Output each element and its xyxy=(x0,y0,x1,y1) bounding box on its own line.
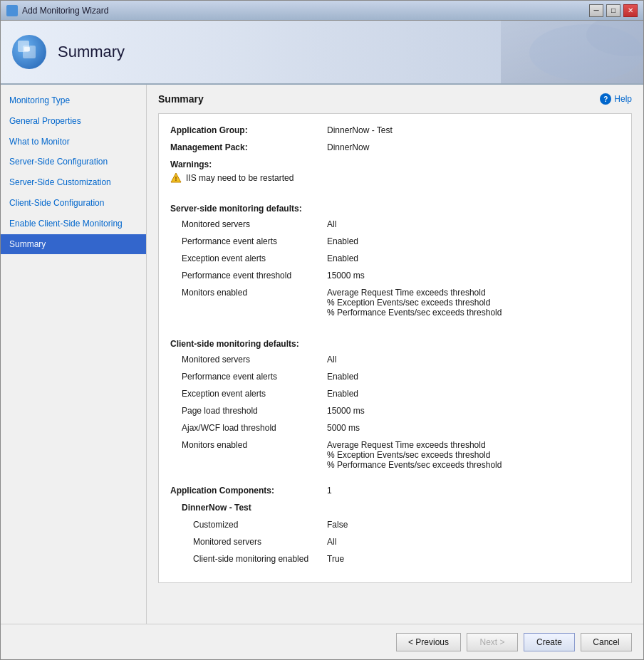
client-side-enabled-row: Client-side monitoring enabled True xyxy=(170,554,620,564)
client-ajax-row: Ajax/WCF load threshold 5000 ms xyxy=(170,423,620,433)
server-monitors-enabled-values: Average Request Time exceeds threshold %… xyxy=(327,288,502,318)
separator-1 xyxy=(170,189,620,198)
svg-text:!: ! xyxy=(175,175,177,182)
client-side-enabled-value: True xyxy=(327,554,344,564)
client-monitors-enabled-values: Average Request Time exceeds threshold %… xyxy=(327,440,502,470)
summary-box: Application Group: DinnerNow - Test Mana… xyxy=(158,113,632,583)
sidebar-item-what-to-monitor[interactable]: What to Monitor xyxy=(1,132,146,152)
server-perf-alerts-row: Performance event alerts Enabled xyxy=(170,236,620,246)
server-monitored-servers-row: Monitored servers All xyxy=(170,219,620,229)
main-area: Monitoring Type General Properties What … xyxy=(1,85,643,624)
footer: < Previous Next > Create Cancel xyxy=(1,624,643,659)
help-icon: ? xyxy=(600,93,611,105)
server-monitors-enabled-label: Monitors enabled xyxy=(170,288,327,298)
wizard-icon xyxy=(21,44,37,60)
client-exc-alerts-value: Enabled xyxy=(327,389,358,399)
server-section-header: Server-side monitoring defaults: xyxy=(170,204,620,214)
minimize-button[interactable]: ─ xyxy=(589,4,603,17)
client-ajax-label: Ajax/WCF load threshold xyxy=(170,423,327,433)
mgmt-pack-label: Management Pack: xyxy=(170,142,327,152)
server-exc-alerts-row: Exception event alerts Enabled xyxy=(170,253,620,263)
title-bar: Add Monitoring Wizard ─ □ ✕ xyxy=(1,1,643,21)
client-perf-alerts-label: Performance event alerts xyxy=(170,372,327,382)
previous-button[interactable]: < Previous xyxy=(396,633,461,651)
maximize-button[interactable]: □ xyxy=(606,4,620,17)
mgmt-pack-value: DinnerNow xyxy=(327,142,369,152)
server-exc-alerts-label: Exception event alerts xyxy=(170,253,327,263)
sidebar-item-summary[interactable]: Summary xyxy=(1,234,146,255)
sidebar-item-server-side-config[interactable]: Server-Side Configuration xyxy=(1,152,146,172)
comp-monitored-servers-value: All xyxy=(327,537,336,547)
app-components-value: 1 xyxy=(327,486,332,496)
warning-text: IIS may need to be restarted xyxy=(186,173,294,183)
separator-2 xyxy=(170,325,620,333)
customized-row: Customized False xyxy=(170,520,620,530)
client-ajax-value: 5000 ms xyxy=(327,423,360,433)
customized-label: Customized xyxy=(170,520,327,530)
cancel-button[interactable]: Cancel xyxy=(581,633,632,651)
comp-monitored-servers-row: Monitored servers All xyxy=(170,537,620,547)
client-exc-alerts-row: Exception event alerts Enabled xyxy=(170,389,620,399)
warning-content: ! IIS may need to be restarted xyxy=(170,172,620,184)
app-group-row: Application Group: DinnerNow - Test xyxy=(170,125,620,135)
sidebar-item-client-side-config[interactable]: Client-Side Configuration xyxy=(1,193,146,214)
content-area: ? Help Summary Application Group: Dinner… xyxy=(147,85,643,624)
client-monitored-servers-value: All xyxy=(327,355,336,365)
client-monitored-servers-label: Monitored servers xyxy=(170,355,327,365)
warning-icon: ! xyxy=(170,172,182,184)
svg-rect-1 xyxy=(24,47,30,51)
server-exc-alerts-value: Enabled xyxy=(327,253,358,263)
client-perf-alerts-row: Performance event alerts Enabled xyxy=(170,372,620,382)
comp-monitored-servers-label: Monitored servers xyxy=(170,537,327,547)
customized-value: False xyxy=(327,520,348,530)
sidebar-item-general-properties[interactable]: General Properties xyxy=(1,111,146,132)
client-perf-alerts-value: Enabled xyxy=(327,372,358,382)
sidebar-item-enable-client-side[interactable]: Enable Client-Side Monitoring xyxy=(1,214,146,234)
server-perf-threshold-label: Performance event threshold xyxy=(170,271,327,281)
client-section-label: Client-side monitoring defaults: xyxy=(170,339,299,349)
create-button[interactable]: Create xyxy=(524,633,575,651)
client-monitors-enabled-label: Monitors enabled xyxy=(170,440,327,450)
client-monitors-enabled-row: Monitors enabled Average Request Time ex… xyxy=(170,440,620,470)
wizard-header-icon xyxy=(12,35,46,69)
sidebar: Monitoring Type General Properties What … xyxy=(1,85,147,624)
warnings-label: Warnings: xyxy=(170,159,620,169)
app-group-value: DinnerNow - Test xyxy=(327,125,393,135)
client-page-load-value: 15000 ms xyxy=(327,406,365,416)
app-components-label: Application Components: xyxy=(170,486,327,496)
header-pattern xyxy=(430,21,643,85)
separator-3 xyxy=(170,477,620,486)
server-perf-threshold-row: Performance event threshold 15000 ms xyxy=(170,271,620,281)
app-components-row: Application Components: 1 xyxy=(170,486,620,496)
header-title: Summary xyxy=(58,43,125,61)
server-perf-alerts-label: Performance event alerts xyxy=(170,236,327,246)
warnings-section: Warnings: ! IIS may need to be restarted xyxy=(170,159,620,184)
next-button[interactable]: Next > xyxy=(467,633,518,651)
client-monitored-servers-row: Monitored servers All xyxy=(170,355,620,365)
app-group-label: Application Group: xyxy=(170,125,327,135)
client-side-enabled-label: Client-side monitoring enabled xyxy=(170,554,327,564)
close-button[interactable]: ✕ xyxy=(623,4,638,17)
mgmt-pack-row: Management Pack: DinnerNow xyxy=(170,142,620,152)
client-section-header: Client-side monitoring defaults: xyxy=(170,339,620,349)
client-page-load-label: Page load threshold xyxy=(170,406,327,416)
wizard-window: Add Monitoring Wizard ─ □ ✕ Summary xyxy=(0,0,644,660)
server-perf-alerts-value: Enabled xyxy=(327,236,358,246)
client-exc-alerts-label: Exception event alerts xyxy=(170,389,327,399)
dinnernow-test-row: DinnerNow - Test xyxy=(170,503,620,513)
window-title: Add Monitoring Wizard xyxy=(22,6,589,16)
client-page-load-row: Page load threshold 15000 ms xyxy=(170,406,620,416)
title-bar-icon xyxy=(6,5,18,16)
sidebar-item-server-side-custom[interactable]: Server-Side Customization xyxy=(1,172,146,193)
title-bar-controls: ─ □ ✕ xyxy=(589,4,638,17)
sidebar-item-monitoring-type[interactable]: Monitoring Type xyxy=(1,90,146,111)
server-monitored-servers-label: Monitored servers xyxy=(170,219,327,229)
server-perf-threshold-value: 15000 ms xyxy=(327,271,365,281)
server-monitors-enabled-row: Monitors enabled Average Request Time ex… xyxy=(170,288,620,318)
dinnernow-test-label: DinnerNow - Test xyxy=(170,503,327,513)
help-link[interactable]: ? Help xyxy=(600,93,632,105)
server-monitored-servers-value: All xyxy=(327,219,336,229)
wizard-header: Summary xyxy=(1,21,643,85)
section-title: Summary xyxy=(158,93,632,105)
server-section-label: Server-side monitoring defaults: xyxy=(170,204,302,214)
